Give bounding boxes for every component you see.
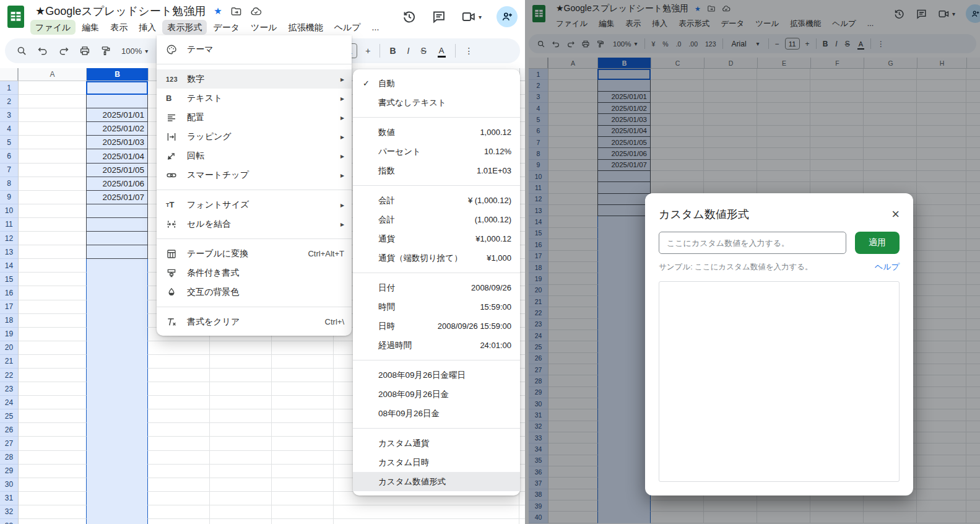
cell-D23[interactable] bbox=[210, 382, 272, 396]
document-title[interactable]: ★Googleスプレッドシート勉強用 bbox=[35, 4, 206, 19]
cell-B4[interactable]: 2025/01/02 bbox=[86, 122, 148, 136]
cell-E21[interactable] bbox=[272, 355, 334, 369]
cell-A7[interactable] bbox=[19, 164, 87, 177]
cell-C21[interactable] bbox=[148, 355, 210, 369]
row-header-33[interactable]: 33 bbox=[0, 519, 19, 524]
cell-E30[interactable] bbox=[272, 478, 334, 492]
menu-extensions[interactable]: 拡張機能 bbox=[284, 20, 328, 35]
cell-A29[interactable] bbox=[19, 465, 87, 478]
number-format-item-custom-number-format[interactable]: カスタム数値形式 bbox=[353, 472, 520, 491]
cell-G21[interactable] bbox=[519, 355, 525, 369]
cell-A3[interactable] bbox=[19, 108, 87, 122]
version-history-icon[interactable] bbox=[402, 9, 417, 24]
number-format-item-duration[interactable]: 経過時間24:01:00 bbox=[353, 336, 520, 355]
cell-A31[interactable] bbox=[19, 492, 87, 505]
number-format-item-date-short[interactable]: 08年09月26日金 bbox=[353, 404, 520, 423]
format-menu-item-font-size[interactable]: TTフォントサイズ▸ bbox=[157, 195, 352, 214]
cell-B27[interactable] bbox=[86, 437, 148, 450]
row-header-11[interactable]: 11 bbox=[0, 218, 19, 232]
cell-B9[interactable]: 2025/01/07 bbox=[86, 191, 148, 204]
row-header-28[interactable]: 28 bbox=[0, 451, 19, 465]
number-format-item-accounting-yen[interactable]: 会計¥ (1,000.12) bbox=[353, 191, 520, 210]
cell-B10[interactable] bbox=[86, 204, 148, 218]
number-format-item-currency[interactable]: 通貨¥1,000.12 bbox=[353, 229, 520, 248]
cell-G9[interactable] bbox=[519, 191, 525, 204]
menu-edit[interactable]: 編集 bbox=[77, 20, 104, 35]
cell-G20[interactable] bbox=[519, 341, 525, 355]
cell-E26[interactable] bbox=[272, 423, 334, 437]
row-header-8[interactable]: 8 bbox=[0, 177, 19, 191]
format-menu-item-align[interactable]: 配置▸ bbox=[157, 108, 352, 127]
format-menu-item-number[interactable]: 123数字▸ bbox=[157, 69, 352, 89]
cell-A18[interactable] bbox=[19, 314, 87, 328]
row-header-17[interactable]: 17 bbox=[0, 300, 19, 314]
cell-D32[interactable] bbox=[210, 505, 272, 519]
format-menu-item-theme[interactable]: テーマ bbox=[157, 40, 352, 59]
cell-A12[interactable] bbox=[19, 232, 87, 245]
redo-icon[interactable] bbox=[53, 45, 74, 56]
meet-button[interactable]: ▾ bbox=[461, 9, 482, 24]
cell-A6[interactable] bbox=[19, 149, 87, 163]
cell-D24[interactable] bbox=[210, 396, 272, 409]
cell-E29[interactable] bbox=[272, 465, 334, 478]
cell-B25[interactable] bbox=[86, 409, 148, 423]
increase-font-size-button[interactable]: + bbox=[360, 46, 376, 56]
cell-A17[interactable] bbox=[19, 300, 87, 314]
cell-B20[interactable] bbox=[86, 341, 148, 355]
cell-G23[interactable] bbox=[519, 382, 525, 396]
row-header-9[interactable]: 9 bbox=[0, 191, 19, 204]
search-icon[interactable] bbox=[11, 45, 32, 56]
comments-icon[interactable] bbox=[431, 9, 446, 24]
menu-file[interactable]: ファイル bbox=[30, 20, 76, 35]
print-icon[interactable] bbox=[74, 45, 95, 56]
cell-G5[interactable] bbox=[519, 136, 525, 149]
cell-C29[interactable] bbox=[148, 465, 210, 478]
number-format-item-time[interactable]: 時間15:59:00 bbox=[353, 297, 520, 317]
cell-G22[interactable] bbox=[519, 369, 525, 382]
number-format-item-custom-datetime[interactable]: カスタム日時 bbox=[353, 453, 520, 472]
cell-B23[interactable] bbox=[86, 382, 148, 396]
zoom-select[interactable]: 100%▾ bbox=[116, 46, 153, 56]
menu-data[interactable]: データ bbox=[208, 20, 245, 35]
row-header-4[interactable]: 4 bbox=[0, 122, 19, 136]
cell-A20[interactable] bbox=[19, 341, 87, 355]
cell-A19[interactable] bbox=[19, 328, 87, 341]
number-format-item-accounting[interactable]: 会計(1,000.12) bbox=[353, 210, 520, 229]
cell-B17[interactable] bbox=[86, 300, 148, 314]
cell-B15[interactable] bbox=[86, 273, 148, 286]
format-menu-item-text[interactable]: Bテキスト▸ bbox=[157, 89, 352, 108]
format-menu-item-clear-formatting[interactable]: 書式をクリアCtrl+\ bbox=[157, 312, 352, 331]
cell-G14[interactable] bbox=[519, 259, 525, 273]
row-header-1[interactable]: 1 bbox=[0, 81, 19, 95]
cell-F33[interactable] bbox=[334, 519, 519, 524]
cell-D22[interactable] bbox=[210, 369, 272, 382]
cell-B11[interactable] bbox=[86, 218, 148, 232]
number-format-item-currency-rounded[interactable]: 通貨（端数切り捨て）¥1,000 bbox=[353, 248, 520, 268]
cell-G6[interactable] bbox=[519, 149, 525, 163]
menu-view[interactable]: 表示 bbox=[105, 20, 132, 35]
row-header-23[interactable]: 23 bbox=[0, 382, 19, 396]
cell-E23[interactable] bbox=[272, 382, 334, 396]
cell-G28[interactable] bbox=[519, 451, 525, 465]
cell-A26[interactable] bbox=[19, 423, 87, 437]
cell-B31[interactable] bbox=[86, 492, 148, 505]
row-header-31[interactable]: 31 bbox=[0, 492, 19, 505]
cell-D28[interactable] bbox=[210, 451, 272, 465]
row-header-25[interactable]: 25 bbox=[0, 409, 19, 423]
cell-B2[interactable] bbox=[86, 95, 148, 108]
cell-D25[interactable] bbox=[210, 409, 272, 423]
cell-G17[interactable] bbox=[519, 300, 525, 314]
cell-A2[interactable] bbox=[19, 95, 87, 108]
cell-E22[interactable] bbox=[272, 369, 334, 382]
cell-C28[interactable] bbox=[148, 451, 210, 465]
cell-A32[interactable] bbox=[19, 505, 87, 519]
cell-B7[interactable]: 2025/01/05 bbox=[86, 164, 148, 177]
row-header-5[interactable]: 5 bbox=[0, 136, 19, 149]
cell-A22[interactable] bbox=[19, 369, 87, 382]
cell-G19[interactable] bbox=[519, 328, 525, 341]
format-menu-item-convert-to-table[interactable]: テーブルに変換Ctrl+Alt+T bbox=[157, 244, 352, 263]
cell-A25[interactable] bbox=[19, 409, 87, 423]
format-menu-item-conditional-formatting[interactable]: 条件付き書式 bbox=[157, 263, 352, 282]
cell-G31[interactable] bbox=[519, 492, 525, 505]
cell-G24[interactable] bbox=[519, 396, 525, 409]
